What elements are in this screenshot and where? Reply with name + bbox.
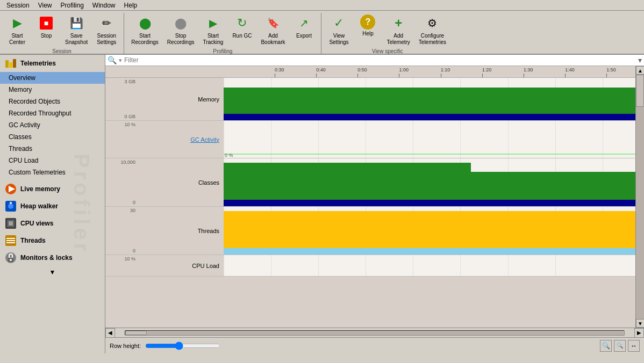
stop-recordings-button[interactable]: ⬤ StopRecordings [163, 13, 198, 47]
sidebar-section-monitors[interactable]: Monitors & locks [0, 249, 105, 266]
session-settings-button[interactable]: ✏ SessionSettings [92, 13, 120, 47]
export-button[interactable]: ↗ Export [290, 13, 318, 47]
gc-scale-top: 10 % [108, 122, 135, 127]
add-bookmark-button[interactable]: 🔖 AddBookmark [257, 13, 289, 47]
run-gc-icon: ↻ [233, 14, 251, 32]
telemetries-label: Telemetries [20, 60, 56, 67]
classes-bar-green-reduced [471, 172, 635, 200]
svg-rect-2 [13, 59, 16, 68]
hscroll-left-arrow[interactable]: ◀ [105, 328, 115, 338]
tick-line-7 [565, 74, 566, 77]
save-snapshot-button[interactable]: 💾 SaveSnapshot [61, 13, 91, 47]
sidebar-item-classes[interactable]: Classes [0, 131, 105, 143]
start-center-button[interactable]: ▶ StartCenter [3, 13, 31, 47]
filter-dropdown-button[interactable]: ▾ [638, 56, 642, 64]
threads-scale-top: 30 [108, 208, 135, 213]
sidebar-item-overview[interactable]: Overview [0, 72, 105, 84]
tick-line-6 [524, 74, 524, 77]
configure-telemetries-button[interactable]: ⚙ ConfigureTelemetries [415, 13, 450, 47]
filter-dropdown-arrow[interactable]: ▾ [119, 57, 122, 64]
start-recordings-icon: ⬤ [137, 14, 154, 32]
cpu-scale: 10 % [105, 255, 138, 276]
sidebar-section-live-memory[interactable]: Live memory [0, 180, 105, 198]
vscrollbar: ▲ ▼ [635, 66, 644, 328]
zoom-in-icon: 🔍 [602, 342, 610, 350]
sidebar-item-threads[interactable]: Threads [0, 143, 105, 155]
telemetry-icon [4, 57, 17, 70]
sidebar-section-heap-walker[interactable]: Heap walker [0, 198, 105, 215]
zoom-in-button[interactable]: 🔍 [600, 340, 612, 352]
threads-scale: 30 0 [105, 207, 138, 255]
gc-scale-bottom: 0 % [224, 153, 635, 158]
tick-line-4 [441, 74, 441, 77]
gc-activity-link[interactable]: GC Activity [190, 136, 219, 143]
hscroll-track [125, 330, 625, 336]
classes-scale-top: 10,000 [108, 159, 135, 165]
tick-line-1 [316, 74, 317, 77]
threads-label-cell: Threads [138, 207, 224, 255]
classes-bar-blue [224, 200, 635, 206]
sidebar-section-telemetries[interactable]: Telemetries [0, 55, 105, 72]
export-icon: ↗ [295, 14, 312, 32]
menu-view[interactable]: View [34, 1, 56, 10]
chart-area: 0:30 0:40 0:50 1:00 1:10 1:20 1:30 1:40 … [105, 66, 635, 328]
filter-input[interactable] [124, 56, 638, 64]
memory-bar-blue [224, 114, 635, 120]
sidebar-item-recorded-throughput[interactable]: Recorded Throughput [0, 107, 105, 119]
menu-window[interactable]: Window [88, 1, 120, 10]
sidebar-item-recorded-objects[interactable]: Recorded Objects [0, 96, 105, 107]
stop-label: Stop [41, 33, 52, 39]
cpu-scale-top: 10 % [108, 256, 135, 262]
view-settings-button[interactable]: ✓ ViewSettings [325, 13, 353, 47]
add-telemetry-icon: + [390, 14, 407, 32]
hscroll-thumb[interactable] [125, 331, 147, 335]
tick-line-0 [275, 74, 275, 77]
help-button[interactable]: ? Help [354, 13, 382, 47]
monitors-label: Monitors & locks [20, 254, 73, 262]
start-center-icon: ▶ [9, 14, 26, 32]
sidebar-section-cpu-views[interactable]: CPU views [0, 215, 105, 232]
tick-line-3 [399, 74, 399, 77]
memory-bar-green [224, 88, 635, 114]
sidebar-item-memory[interactable]: Memory [0, 84, 105, 96]
fit-button[interactable]: ↔ [628, 340, 640, 352]
threads-chart-label: Threads [198, 228, 219, 234]
row-height-slider[interactable] [145, 342, 220, 350]
cpu-load-chart-row: 10 % CPU Load [105, 255, 635, 277]
content-wrapper: 0:30 0:40 0:50 1:00 1:10 1:20 1:30 1:40 … [105, 66, 644, 328]
cpu-label-cell: CPU Load [138, 255, 224, 276]
menu-help[interactable]: Help [120, 1, 142, 10]
gc-scale: 10 % [105, 121, 138, 158]
memory-scale: 3 GB 0 GB [105, 78, 138, 120]
memory-scale-bottom: 0 GB [108, 114, 135, 119]
sidebar-item-cpu-load[interactable]: CPU Load [0, 155, 105, 166]
sidebar-item-custom-telemetries[interactable]: Custom Telemetries [0, 166, 105, 178]
menu-session[interactable]: Session [2, 1, 34, 10]
toolbar: ▶ StartCenter ■ Stop 💾 SaveSnapshot ✏ Se… [0, 11, 644, 55]
filter-bar: 🔍 ▾ ▾ [105, 55, 644, 66]
sidebar-item-gc-activity[interactable]: GC Activity [0, 119, 105, 131]
classes-label-cell: Classes [138, 158, 224, 206]
classes-scale: 10,000 0 [105, 158, 138, 206]
vscroll-thumb[interactable] [636, 75, 644, 107]
menu-profiling[interactable]: Profiling [56, 1, 88, 10]
live-memory-label: Live memory [20, 185, 60, 193]
view-settings-label: ViewSettings [329, 33, 348, 46]
start-recordings-button[interactable]: ⬤ StartRecordings [127, 13, 162, 47]
start-tracking-button[interactable]: ▶ StartTracking [199, 13, 227, 47]
zoom-out-button[interactable]: 🔍 [614, 340, 626, 352]
sidebar-section-threads[interactable]: Threads [0, 232, 105, 249]
vscroll-up-arrow[interactable]: ▲ [636, 66, 644, 75]
classes-label: Classes [198, 179, 219, 186]
vscroll-down-arrow[interactable]: ▼ [636, 319, 644, 328]
add-telemetry-button[interactable]: + AddTelemetry [383, 13, 413, 47]
start-recordings-label: StartRecordings [131, 33, 159, 46]
sidebar-expand-arrow[interactable]: ▼ [0, 266, 105, 278]
view-settings-icon: ✓ [330, 14, 347, 32]
threads-icon [4, 234, 17, 247]
run-gc-button[interactable]: ↻ Run GC [228, 13, 256, 47]
monitors-icon [4, 251, 17, 264]
stop-button[interactable]: ■ Stop [32, 13, 60, 47]
hscroll-right-arrow[interactable]: ▶ [634, 328, 644, 338]
start-center-label: StartCenter [9, 33, 25, 46]
